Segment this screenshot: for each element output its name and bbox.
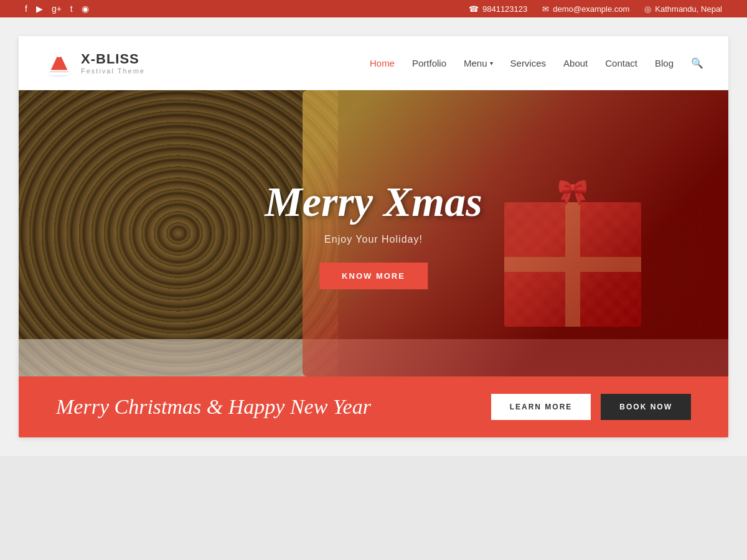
gift-ribbon-horizontal (504, 257, 641, 272)
hero-content: Merry Xmas Enjoy Your Holiday! KNOW MORE (265, 177, 482, 289)
gift-box: 🎀 (504, 202, 641, 327)
site-card: X-BLISS Festival Theme Home Portfolio Me… (19, 36, 728, 437)
banner-buttons: LEARN MORE BOOK NOW (491, 394, 691, 420)
gift-ribbon-vertical (565, 202, 580, 327)
nav-home[interactable]: Home (370, 58, 395, 68)
social-icons: f ▶ g+ t ◉ (25, 4, 89, 14)
email-address: demo@example.com (553, 4, 629, 14)
location-text: Kathmandu, Nepal (655, 4, 722, 14)
book-now-button[interactable]: BOOK NOW (601, 394, 691, 420)
nav-services[interactable]: Services (510, 58, 547, 68)
search-icon[interactable]: 🔍 (691, 57, 703, 69)
banner-section: Merry Christmas & Happy New Year LEARN M… (19, 376, 728, 437)
hero-subtitle: Enjoy Your Holiday! (265, 234, 482, 245)
hero-fur (19, 339, 728, 376)
googleplus-icon[interactable]: g+ (52, 4, 62, 14)
hero-section: 🎀 Merry Xmas Enjoy Your Holiday! KNOW MO… (19, 90, 728, 376)
nav-contact[interactable]: Contact (605, 58, 637, 68)
logo-text: X-BLISS Festival Theme (81, 51, 145, 75)
gift-bow: 🎀 (548, 177, 598, 208)
logo-icon (44, 47, 75, 78)
navigation: Home Portfolio Menu ▾ Services About Con… (370, 57, 703, 69)
know-more-button[interactable]: KNOW MORE (319, 263, 428, 289)
top-bar: f ▶ g+ t ◉ ☎ 9841123123 ✉ demo@example.c… (0, 0, 747, 17)
learn-more-button[interactable]: LEARN MORE (491, 394, 591, 420)
nav-blog[interactable]: Blog (655, 58, 674, 68)
instagram-icon[interactable]: ◉ (82, 4, 89, 14)
nav-portfolio[interactable]: Portfolio (412, 58, 446, 68)
chevron-down-icon: ▾ (490, 60, 493, 67)
banner-text: Merry Christmas & Happy New Year (56, 395, 371, 419)
main-wrapper: X-BLISS Festival Theme Home Portfolio Me… (0, 17, 747, 456)
logo-name: X-BLISS (81, 51, 145, 67)
phone-number: 9841123123 (482, 4, 527, 14)
location-icon: ◎ (644, 4, 651, 14)
youtube-icon[interactable]: ▶ (36, 4, 43, 14)
facebook-icon[interactable]: f (25, 4, 27, 14)
logo[interactable]: X-BLISS Festival Theme (44, 47, 145, 78)
nav-about[interactable]: About (563, 58, 588, 68)
location-info: ◎ Kathmandu, Nepal (644, 4, 722, 14)
gift-box-visual: 🎀 (467, 128, 679, 339)
phone-icon: ☎ (469, 4, 479, 14)
nav-menu[interactable]: Menu ▾ (464, 58, 493, 68)
twitter-icon[interactable]: t (70, 4, 73, 14)
phone-info: ☎ 9841123123 (469, 4, 527, 14)
logo-tagline: Festival Theme (81, 67, 145, 75)
svg-point-4 (55, 50, 63, 57)
contact-info: ☎ 9841123123 ✉ demo@example.com ◎ Kathma… (469, 4, 722, 14)
email-info: ✉ demo@example.com (542, 4, 629, 14)
header: X-BLISS Festival Theme Home Portfolio Me… (19, 36, 728, 90)
hero-title: Merry Xmas (265, 177, 482, 226)
email-icon: ✉ (542, 4, 549, 14)
